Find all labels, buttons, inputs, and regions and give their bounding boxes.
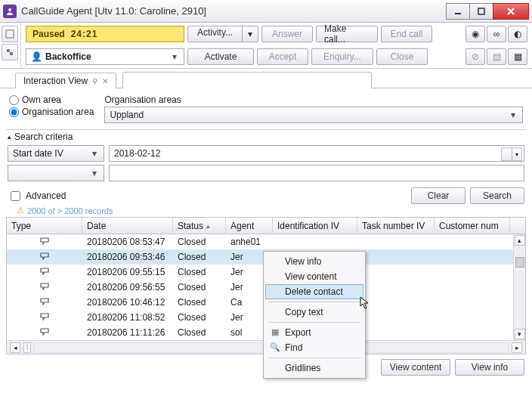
minimize-button[interactable] [446, 3, 470, 20]
cancel-icon: ⊘ [472, 51, 479, 62]
tab-close-icon[interactable]: ✕ [102, 77, 108, 85]
maximize-button[interactable] [469, 3, 493, 20]
activity-dropdown[interactable]: ▾ [242, 26, 258, 42]
own-area-label: Own area [22, 94, 61, 105]
target-icon: ◐ [514, 29, 521, 39]
criteria-field-1-value: Start date IV [13, 148, 88, 159]
sort-icon: ▴ [206, 222, 210, 230]
window-title: CallGuide Agent [Utv 11.0: Caroline, 291… [21, 5, 447, 17]
col-type[interactable]: Type [7, 218, 82, 234]
view-info-button[interactable]: View info [455, 359, 524, 376]
close-button[interactable]: Close [376, 48, 428, 65]
svg-rect-4 [7, 49, 10, 52]
chat-bubble-icon [39, 327, 50, 338]
col-cust[interactable]: Customer num [435, 218, 510, 234]
tab-label: Interaction View [23, 76, 88, 86]
table-header: Type Date Status▴ Agent Identification I… [7, 218, 525, 234]
chevron-down-icon: ▾ [169, 51, 181, 62]
export-icon: ▦ [270, 327, 280, 337]
col-status[interactable]: Status▴ [173, 218, 226, 234]
aux-button-6[interactable]: ▦ [508, 48, 527, 65]
ctx-copy-text[interactable]: Copy text [265, 305, 363, 320]
answer-button[interactable]: Answer [261, 26, 313, 42]
side-button-2[interactable] [2, 44, 18, 60]
tab-interaction-view[interactable]: Interaction View ⚲ ✕ [15, 73, 116, 88]
advanced-checkbox[interactable]: Advanced [8, 189, 66, 203]
scroll-thumb[interactable] [515, 257, 524, 268]
scroll-down-icon[interactable]: ▾ [515, 329, 525, 339]
find-icon: 🔍 [270, 342, 280, 352]
chat-bubble-icon [39, 237, 50, 247]
org-areas-caption: Organisation areas [104, 94, 523, 105]
scroll-right-icon[interactable]: ▸ [512, 342, 522, 353]
org-area-radio-input[interactable] [9, 107, 19, 117]
make-call-button[interactable]: Make call... [316, 26, 378, 42]
ctx-gridlines[interactable]: Gridlines [265, 361, 363, 376]
ctx-view-content[interactable]: View content [265, 269, 363, 284]
activity-button[interactable]: Activity... [187, 26, 242, 42]
close-window-button[interactable] [493, 3, 529, 20]
col-task[interactable]: Task number IV [357, 218, 435, 234]
clear-button[interactable]: Clear [411, 187, 466, 204]
chevron-down-icon: ▾ [88, 168, 101, 178]
separator [268, 302, 360, 302]
own-area-radio[interactable]: Own area [9, 94, 94, 105]
ctx-view-info[interactable]: View info [265, 254, 363, 269]
col-agent[interactable]: Agent [226, 218, 273, 234]
blank-tab [122, 72, 372, 88]
svg-rect-5 [10, 52, 13, 55]
date-picker-icon[interactable]: ▾ [501, 147, 522, 161]
backoffice-label: Backoffice [45, 51, 169, 62]
chevron-down-icon: ▾ [507, 110, 519, 120]
chat-bubble-icon [39, 297, 50, 308]
status-time: 24:21 [71, 29, 98, 39]
own-area-radio-input[interactable] [9, 95, 19, 105]
aux-button-4[interactable]: ⊘ [466, 48, 485, 65]
separator [268, 357, 360, 358]
criteria-field-2[interactable]: ▾ [8, 165, 104, 181]
accept-button[interactable]: Accept [257, 48, 308, 65]
aux-button-2[interactable]: ∞ [487, 26, 506, 42]
end-call-button[interactable]: End call [381, 26, 432, 42]
pin-icon[interactable]: ⚲ [92, 77, 97, 85]
person-icon: 👤 [31, 51, 42, 62]
search-criteria-header[interactable]: ▴ Search criteria [6, 130, 526, 144]
org-area-radio[interactable]: Organisation area [9, 107, 94, 117]
scroll-left-icon[interactable]: ◂ [10, 342, 20, 353]
col-ident[interactable]: Identification IV [273, 218, 357, 234]
org-areas-value: Uppland [110, 110, 507, 120]
criteria-field-1[interactable]: Start date IV ▾ [8, 145, 104, 162]
scroll-up-icon[interactable]: ▴ [515, 235, 525, 246]
chat-bubble-icon [39, 312, 50, 323]
table-row[interactable]: 20180206 08:53:47Closedanhe01 [7, 234, 525, 249]
criteria-value-1[interactable]: 2018-02-12 ▾ [109, 145, 524, 162]
chat-bubble-icon [39, 282, 50, 292]
activate-button[interactable]: Activate [187, 48, 254, 65]
ctx-delete-contact[interactable]: Delete contact [265, 284, 363, 299]
titlebar: CallGuide Agent [Utv 11.0: Caroline, 291… [0, 0, 532, 23]
criteria-value-1-text: 2018-02-12 [114, 148, 160, 159]
advanced-checkbox-input[interactable] [11, 191, 20, 201]
svg-point-0 [8, 8, 11, 11]
search-button[interactable]: Search [470, 187, 524, 204]
org-area-label: Organisation area [22, 107, 94, 117]
toolbar: Paused 24:21 Activity... ▾ Answer Make c… [0, 23, 532, 69]
aux-button-1[interactable]: ◉ [466, 26, 485, 42]
grid-icon: ▦ [514, 51, 522, 62]
records-info-text: 2000 of > 2000 records [27, 206, 113, 215]
criteria-value-2[interactable] [109, 165, 524, 181]
ctx-export[interactable]: ▦Export [265, 325, 363, 340]
col-date[interactable]: Date [82, 218, 173, 234]
enquiry-button[interactable]: Enquiry... [311, 48, 373, 65]
org-areas-select[interactable]: Uppland ▾ [104, 107, 523, 123]
doc-icon: ▤ [493, 51, 501, 62]
status-label: Paused [32, 29, 65, 39]
side-button-1[interactable] [2, 26, 18, 42]
aux-button-3[interactable]: ◐ [508, 26, 527, 42]
search-criteria-label: Search criteria [14, 132, 73, 142]
view-content-button[interactable]: View content [381, 359, 450, 376]
backoffice-combo[interactable]: 👤 Backoffice ▾ [26, 48, 184, 65]
aux-button-5[interactable]: ▤ [487, 48, 506, 65]
ctx-find[interactable]: 🔍Find [265, 340, 363, 355]
vertical-scrollbar[interactable]: ▴ ▾ [513, 234, 525, 340]
